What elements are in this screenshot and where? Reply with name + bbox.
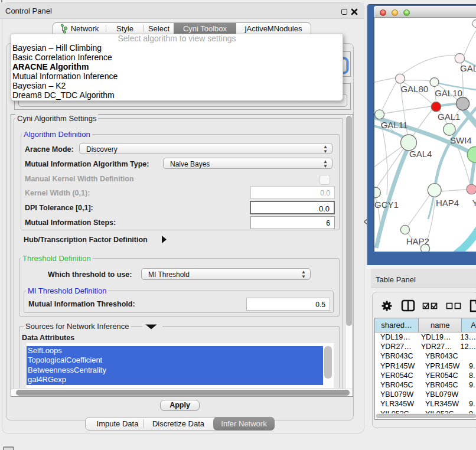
svg-text:GAL4: GAL4 — [409, 149, 432, 159]
svg-text:GAL80: GAL80 — [400, 84, 428, 94]
svg-text:HAP2: HAP2 — [406, 236, 429, 246]
svg-text:HAP4: HAP4 — [436, 198, 459, 208]
svg-text:GAL1: GAL1 — [438, 112, 460, 122]
svg-text:GAL7: GAL7 — [460, 63, 476, 73]
svg-text:GCY1: GCY1 — [374, 200, 399, 210]
svg-text:GAL10: GAL10 — [435, 88, 462, 98]
svg-text:SWI4: SWI4 — [450, 135, 472, 145]
svg-text:Y: Y — [472, 198, 476, 208]
svg-text:GAL11: GAL11 — [381, 120, 408, 130]
